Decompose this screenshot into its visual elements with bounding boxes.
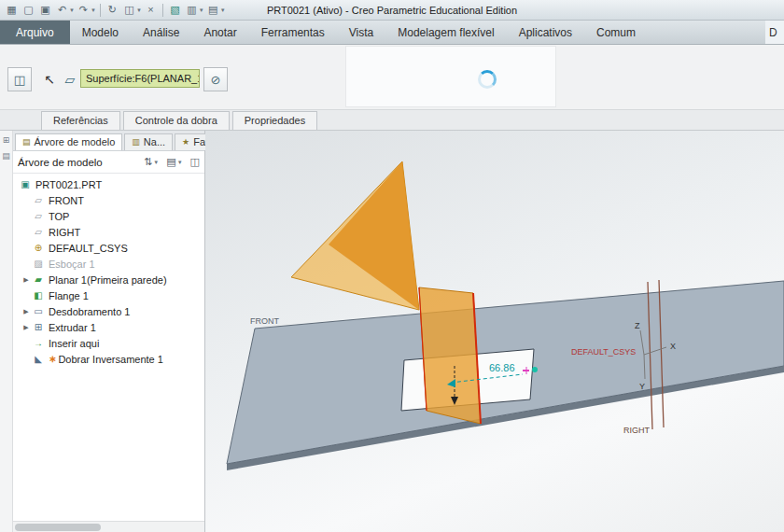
tree-item-planar[interactable]: ▶ ▰ Planar 1(Primeira parede) <box>13 272 204 287</box>
tab-arvore-de-modelo[interactable]: ▤ Árvore de modelo <box>15 133 122 150</box>
tab-vista[interactable]: Vista <box>337 21 385 44</box>
feature-options-icon: ◫ <box>14 73 25 87</box>
tree-item-label: RIGHT <box>49 227 80 238</box>
tab-label: Na... <box>144 136 165 147</box>
surface-reference-icon: ▱ <box>60 69 80 90</box>
app-menu-icon[interactable]: ▦ <box>4 2 20 18</box>
csys-icon: ⊕ <box>32 244 45 253</box>
model-tree-icon: ▤ <box>22 137 31 147</box>
tree-horizontal-scrollbar[interactable] <box>13 521 204 532</box>
tab-label: Árvore de modelo <box>35 136 116 147</box>
tree-item-part[interactable]: ▣ PRT0021.PRT <box>13 176 204 192</box>
dimension-value[interactable]: 66.86 <box>489 362 515 373</box>
datum-plane-icon: ▱ <box>32 228 45 237</box>
datum-display-caret-icon[interactable]: ▼ <box>220 7 226 13</box>
left-rail: ⊞ ▤ <box>0 131 13 532</box>
axis-x-label: X <box>670 342 676 351</box>
regenerate-icon[interactable]: ↻ <box>105 2 120 18</box>
axis-z-label: Z <box>635 321 640 330</box>
dashboard-tab-strip: Referências Controle da dobra Propriedad… <box>0 110 784 131</box>
graphics-viewport[interactable]: 66.86 Z X Y FRONT RIGHT DEFAULT_CSYS <box>205 131 784 532</box>
tree-item-label: FRONT <box>49 195 84 206</box>
tab-modelagem-flexivel[interactable]: Modelagem flexível <box>385 21 506 44</box>
tree-item-top[interactable]: ▱ TOP <box>13 208 204 224</box>
panel-toggle-icon[interactable]: ⊞ <box>3 136 10 145</box>
tree-item-label: Esboçar 1 <box>49 259 95 270</box>
tree-settings-button[interactable]: ◫ <box>190 156 200 168</box>
tree-item-label: TOP <box>49 211 69 222</box>
tab-aplicativos[interactable]: Aplicativos <box>507 21 584 44</box>
tree-header: Árvore de modelo ⇅▼ ▤▼ ◫ <box>13 151 204 174</box>
insert-here-icon: → <box>32 339 45 348</box>
dashboard-tab-propriedades[interactable]: Propriedades <box>232 111 317 130</box>
dashboard-tab-controle-da-dobra[interactable]: Controle da dobra <box>123 111 230 130</box>
tree-item-extrudar[interactable]: ▶ ⊞ Extrudar 1 <box>13 319 204 335</box>
tree-item-right[interactable]: ▱ RIGHT <box>13 224 204 240</box>
expander-icon[interactable]: ▶ <box>21 324 32 331</box>
sketch-icon: ▨ <box>32 259 45 269</box>
tab-contextual-dobrar[interactable]: D <box>765 21 784 44</box>
expander-icon[interactable]: ▶ <box>21 276 32 284</box>
tab-navegador-de-pastas[interactable]: ▥ Na... <box>124 133 173 150</box>
dashboard-tab-referencias[interactable]: Referências <box>41 111 120 130</box>
front-plane-label[interactable]: FRONT <box>250 316 279 326</box>
tree-item-label: DEFAULT_CSYS <box>49 243 128 254</box>
reference-collector-field[interactable]: Superfície:F6(PLANAR_1 <box>80 69 200 88</box>
tree-item-dobrar-inversamente[interactable]: ◣ ∗ Dobrar Inversamente 1 <box>13 351 204 367</box>
tree-item-label: Extrudar 1 <box>49 322 96 333</box>
select-cursor-icon[interactable]: ↖ <box>39 69 60 90</box>
toolbar-separator <box>162 4 163 17</box>
expander-icon[interactable]: ▶ <box>21 308 32 315</box>
windows-caret-icon[interactable]: ▼ <box>136 7 142 13</box>
scrollbar-thumb[interactable] <box>15 524 101 531</box>
undo-caret-icon[interactable]: ▼ <box>69 7 75 13</box>
windows-icon[interactable]: ◫ <box>121 2 137 18</box>
tree-filter-button[interactable]: ⇅▼ <box>144 156 159 168</box>
tree-header-title: Árvore de modelo <box>18 157 136 168</box>
planar-wall-icon: ▰ <box>32 275 45 285</box>
model-display-caret-icon[interactable]: ▼ <box>199 7 204 13</box>
tree-item-label: Desdobramento 1 <box>49 306 130 317</box>
model-display-icon[interactable]: ▥ <box>184 2 200 18</box>
right-plane-label[interactable]: RIGHT <box>623 426 651 435</box>
bend-preview-wall[interactable] <box>419 287 481 424</box>
tree-item-desdobramento[interactable]: ▶ ▭ Desdobramento 1 <box>13 303 204 319</box>
csys-label[interactable]: DEFAULT_CSYS <box>571 347 636 357</box>
tree-item-label: Planar 1(Primeira parede) <box>49 274 167 286</box>
close-window-icon[interactable]: × <box>143 2 159 18</box>
part-icon: ▣ <box>19 180 32 189</box>
tab-analise[interactable]: Análise <box>131 21 191 44</box>
tab-arquivo[interactable]: Arquivo <box>0 21 70 44</box>
tree-item-inserir-aqui[interactable]: → Inserir aqui <box>13 335 204 351</box>
flange-icon: ◧ <box>32 291 45 301</box>
tree-item-flange[interactable]: ◧ Flange 1 <box>13 287 204 303</box>
unbend-icon: ▭ <box>32 307 45 316</box>
panel-list-icon[interactable]: ▤ <box>2 152 10 161</box>
save-icon[interactable]: ▣ <box>37 2 53 18</box>
datum-plane-icon: ▱ <box>32 212 45 221</box>
feature-options-button[interactable]: ◫ <box>7 67 32 91</box>
clear-reference-button[interactable]: ⊘ <box>203 67 228 91</box>
busy-spinner-icon <box>478 70 497 89</box>
axis-y-label: Y <box>639 382 645 391</box>
repaint-icon[interactable]: ▧ <box>167 2 183 18</box>
tree-item-default-csys[interactable]: ⊕ DEFAULT_CSYS <box>13 240 204 256</box>
ribbon-tab-bar: Arquivo Modelo Análise Anotar Ferramenta… <box>0 21 784 45</box>
tree-item-front[interactable]: ▱ FRONT <box>13 192 204 208</box>
undo-icon[interactable]: ↶ <box>54 2 70 18</box>
redo-icon[interactable]: ↷ <box>76 2 91 18</box>
tab-comum[interactable]: Comum <box>584 21 648 44</box>
model-canvas: 66.86 Z X Y FRONT RIGHT DEFAULT_CSYS <box>205 131 784 532</box>
tab-modelo[interactable]: Modelo <box>70 21 131 44</box>
star-icon: ★ <box>182 137 189 147</box>
quick-access-toolbar: ▦ ▢ ▣ ↶▼ ↷▼ ↻ ◫▼ × ▧ ▥▼ ▤▼ <box>0 2 226 18</box>
tree-display-button[interactable]: ▤▼ <box>166 156 182 168</box>
redo-caret-icon[interactable]: ▼ <box>91 7 96 13</box>
new-file-icon[interactable]: ▢ <box>21 2 36 18</box>
tree-item-label: Inserir aqui <box>49 338 99 349</box>
tab-ferramentas[interactable]: Ferramentas <box>249 21 337 44</box>
ribbon-body: ◫ ↖ ▱ Superfície:F6(PLANAR_1 ⊘ <box>0 45 784 110</box>
tree-item-esbocar[interactable]: ▨ Esboçar 1 <box>13 256 204 272</box>
tab-anotar[interactable]: Anotar <box>191 21 248 44</box>
datum-display-icon[interactable]: ▤ <box>205 2 221 18</box>
